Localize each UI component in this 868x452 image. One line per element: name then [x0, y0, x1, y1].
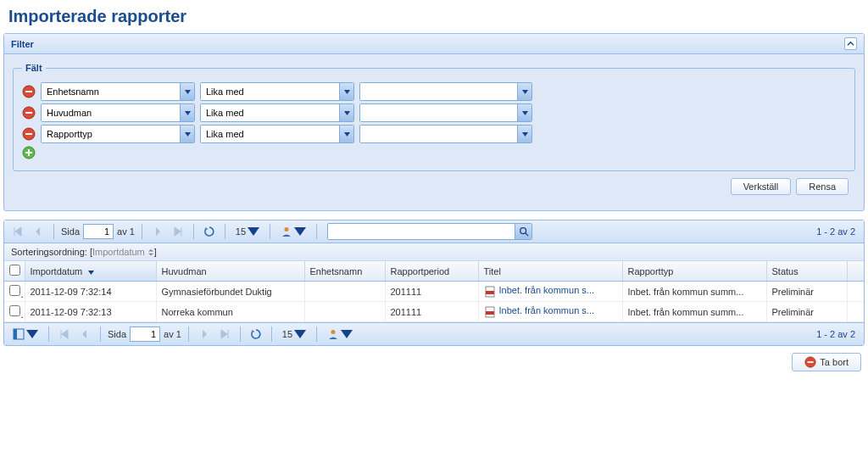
- chevron-down-icon: [344, 90, 350, 94]
- table-row[interactable]: 2011-12-09 7:32:13Norreka kommun201111In…: [4, 302, 864, 322]
- cell-huvudman: Norreka kommun: [156, 302, 304, 322]
- col-enhetsnamn[interactable]: Enhetsnamn: [304, 261, 385, 282]
- dropdown-trigger[interactable]: [180, 83, 194, 100]
- first-page-button[interactable]: [9, 223, 26, 240]
- toolbar-separator: [316, 326, 317, 342]
- user-menu-button[interactable]: [324, 326, 356, 343]
- last-page-button[interactable]: [216, 326, 233, 343]
- layout-icon: [13, 328, 25, 340]
- search-field[interactable]: [327, 223, 532, 240]
- dropdown-trigger[interactable]: [180, 104, 194, 121]
- field-select-input[interactable]: [42, 104, 180, 121]
- field-select[interactable]: [41, 125, 195, 143]
- col-importdatum[interactable]: Importdatum: [25, 261, 156, 282]
- grid-toolbar-bottom: Sida av 1 15 1 - 2 av 2: [4, 322, 864, 345]
- field-select[interactable]: [41, 82, 195, 101]
- value-select[interactable]: [359, 82, 532, 101]
- row-select-cell[interactable]: [4, 302, 25, 322]
- cell-titel[interactable]: Inbet. från kommun s...: [478, 282, 622, 302]
- svg-rect-20: [808, 361, 814, 363]
- search-button[interactable]: [515, 224, 531, 239]
- operator-select-input[interactable]: [201, 104, 339, 121]
- chevron-down-icon: [294, 328, 306, 340]
- dropdown-trigger[interactable]: [339, 104, 353, 121]
- dropdown-trigger[interactable]: [517, 126, 531, 142]
- cell-titel[interactable]: Inbet. från kommun s...: [478, 302, 622, 322]
- toolbar-separator: [271, 326, 272, 342]
- first-page-button[interactable]: [56, 326, 73, 343]
- value-select-input[interactable]: [360, 126, 517, 142]
- action-bar: Ta bort: [3, 346, 865, 375]
- chevron-down-icon: [341, 328, 353, 340]
- dropdown-trigger[interactable]: [180, 126, 194, 142]
- value-select[interactable]: [359, 103, 532, 122]
- remove-filter-button[interactable]: [22, 127, 36, 141]
- delete-button[interactable]: Ta bort: [792, 353, 861, 371]
- operator-select[interactable]: [200, 103, 354, 122]
- refresh-button[interactable]: [248, 326, 264, 343]
- row-checkbox[interactable]: [9, 305, 20, 316]
- dropdown-trigger[interactable]: [517, 104, 531, 121]
- apply-button[interactable]: Verkställ: [731, 178, 792, 195]
- toolbar-separator: [100, 326, 101, 342]
- cell-status: Preliminär: [766, 282, 847, 302]
- operator-select-input[interactable]: [201, 126, 339, 142]
- col-rapporttyp[interactable]: Rapporttyp: [622, 261, 766, 282]
- results-table: Importdatum Huvudman Enhetsnamn Rapportp…: [4, 261, 864, 322]
- field-select-input[interactable]: [42, 126, 180, 142]
- col-spacer: [847, 261, 864, 282]
- row-checkbox[interactable]: [9, 285, 20, 296]
- remove-filter-button[interactable]: [22, 85, 36, 98]
- field-select-input[interactable]: [42, 83, 180, 100]
- page-input[interactable]: [83, 224, 114, 239]
- sort-field[interactable]: Importdatum: [92, 247, 154, 257]
- dropdown-trigger[interactable]: [339, 126, 353, 142]
- collapse-button[interactable]: [844, 37, 857, 50]
- chevron-down-icon: [522, 111, 528, 115]
- search-input[interactable]: [328, 224, 515, 239]
- next-page-button[interactable]: [149, 223, 166, 240]
- operator-select[interactable]: [200, 125, 354, 143]
- row-select-cell[interactable]: [4, 282, 25, 302]
- value-select-input[interactable]: [360, 104, 517, 121]
- value-select[interactable]: [359, 125, 532, 143]
- reset-button[interactable]: Rensa: [796, 178, 849, 195]
- chevron-down-icon: [522, 132, 528, 137]
- add-filter-button[interactable]: [22, 146, 36, 159]
- field-select[interactable]: [41, 103, 195, 122]
- minus-circle-icon: [804, 356, 816, 368]
- operator-select[interactable]: [200, 82, 354, 101]
- prev-page-button[interactable]: [30, 223, 47, 240]
- cell-importdatum: 2011-12-09 7:32:13: [25, 302, 156, 322]
- col-titel[interactable]: Titel: [478, 261, 622, 282]
- refresh-button[interactable]: [201, 223, 218, 240]
- toolbar-separator: [142, 224, 142, 239]
- layout-menu-button[interactable]: [9, 326, 42, 343]
- cell-huvudman: Gymnasieförbundet Duktig: [156, 282, 304, 302]
- remove-filter-button[interactable]: [22, 106, 36, 120]
- page-size-button[interactable]: 15: [279, 326, 309, 343]
- user-menu-button[interactable]: [277, 223, 309, 240]
- select-all-checkbox[interactable]: [9, 265, 20, 276]
- col-status[interactable]: Status: [766, 261, 847, 282]
- dropdown-trigger[interactable]: [339, 83, 353, 100]
- minus-circle-icon: [22, 85, 36, 98]
- svg-rect-8: [28, 149, 30, 156]
- operator-select-input[interactable]: [201, 83, 339, 100]
- col-rapportperiod[interactable]: Rapportperiod: [385, 261, 478, 282]
- table-row[interactable]: 2011-12-09 7:32:14Gymnasieförbundet Dukt…: [4, 282, 864, 302]
- value-select-input[interactable]: [360, 83, 517, 100]
- delete-button-label: Ta bort: [820, 357, 849, 367]
- next-page-button[interactable]: [196, 326, 213, 343]
- dropdown-trigger[interactable]: [517, 83, 531, 100]
- cell-enhetsnamn: [304, 282, 385, 302]
- last-page-button[interactable]: [170, 223, 186, 240]
- page-input[interactable]: [130, 326, 160, 342]
- prev-page-button[interactable]: [76, 326, 93, 343]
- svg-rect-15: [486, 311, 494, 315]
- col-huvudman[interactable]: Huvudman: [156, 261, 304, 282]
- user-icon: [281, 226, 292, 237]
- page-size-button[interactable]: 15: [232, 223, 263, 240]
- select-all-header[interactable]: [4, 261, 25, 282]
- title-link-text: Inbet. från kommun s...: [499, 285, 595, 295]
